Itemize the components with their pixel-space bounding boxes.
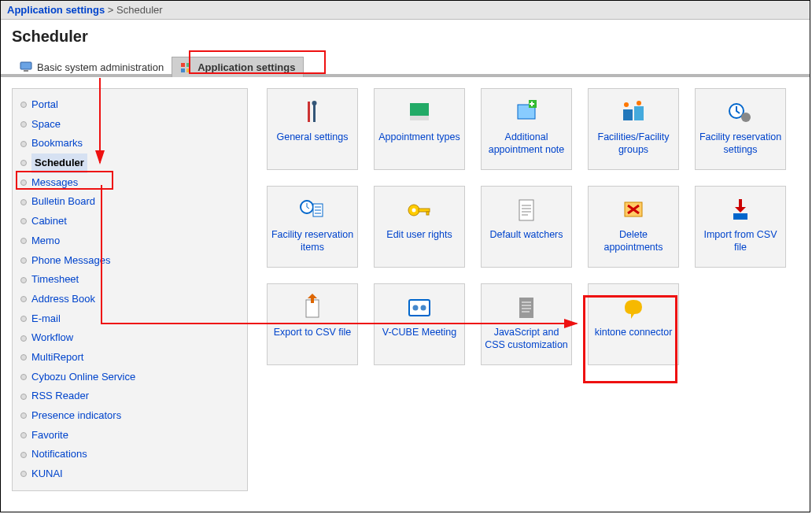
svg-rect-29 [409, 300, 430, 316]
sidebar-item-multireport[interactable]: MultiReport [13, 348, 247, 368]
tab-basic-system-administration[interactable]: Basic system administration [12, 57, 172, 77]
note-plus-icon [511, 97, 541, 128]
bullet-icon [20, 277, 27, 283]
tile-delete-appointments[interactable]: Delete appointments [588, 186, 679, 268]
tile-default-watchers[interactable]: Default watchers [481, 186, 572, 268]
bullet-icon [20, 199, 27, 205]
export-icon [297, 292, 327, 324]
breadcrumb-parent[interactable]: Application settings [7, 4, 105, 16]
sidebar-item-bulletin-board[interactable]: Bulletin Board [13, 192, 247, 212]
sidebar-item-label: Workflow [31, 328, 73, 348]
sidebar-item-label: Bookmarks [31, 134, 83, 153]
tile-js-css-customization[interactable]: JavaScript and CSS customization [481, 283, 572, 365]
svg-rect-0 [20, 62, 31, 69]
tile-export-csv[interactable]: Export to CSV file [267, 283, 358, 365]
vcube-icon [404, 292, 434, 324]
sidebar-item-label: KUNAI [31, 464, 63, 484]
sidebar-item-portal[interactable]: Portal [13, 95, 247, 115]
svg-point-8 [312, 101, 317, 105]
doc-icon [511, 194, 541, 226]
sidebar-item-label: Presence indicators [31, 406, 121, 426]
bullet-icon [20, 121, 27, 128]
tile-label: Additional appointment note [485, 131, 568, 156]
tab-label: Basic system administration [37, 61, 164, 73]
monitor-icon [20, 61, 32, 72]
svg-rect-1 [24, 70, 28, 72]
sidebar-item-label: Memo [31, 231, 60, 251]
sidebar-item-label: MultiReport [31, 348, 83, 368]
tab-label: Application settings [197, 61, 295, 73]
tab-bar: Basic system administration Application … [1, 54, 810, 77]
sidebar-item-messages[interactable]: Messages [13, 173, 247, 193]
svg-rect-10 [410, 116, 429, 120]
bullet-icon [20, 296, 27, 302]
tile-import-csv[interactable]: Import from CSV file [695, 186, 786, 268]
sidebar-item-favorite[interactable]: Favorite [13, 426, 247, 446]
sidebar-item-label: Cybozu Online Service [31, 368, 135, 387]
sidebar-item-workflow[interactable]: Workflow [13, 328, 247, 348]
sidebar-item-phone-messages[interactable]: Phone Messages [13, 251, 247, 271]
tile-vcube-meeting[interactable]: V-CUBE Meeting [374, 283, 465, 365]
tile-label: Import from CSV file [699, 229, 782, 253]
tile-general-settings[interactable]: General settings [267, 88, 358, 170]
svg-rect-27 [733, 213, 747, 220]
bullet-icon [20, 160, 27, 166]
svg-rect-24 [426, 212, 429, 215]
bullet-icon [20, 102, 27, 108]
sidebar-item-label: Notifications [31, 445, 87, 464]
tile-edit-user-rights[interactable]: Edit user rights [374, 186, 465, 268]
tile-facility-reservation-items[interactable]: Facility reservation items [267, 186, 358, 268]
kintone-icon [618, 292, 648, 324]
bullet-icon [20, 218, 27, 224]
bullet-icon [20, 238, 27, 244]
svg-rect-13 [623, 109, 633, 120]
bullet-icon [20, 316, 27, 322]
sidebar-item-memo[interactable]: Memo [13, 231, 247, 251]
tile-label: Edit user rights [386, 229, 452, 242]
svg-point-15 [624, 102, 629, 107]
sidebar-item-label: Timesheet [31, 270, 79, 290]
bullet-icon [20, 179, 27, 186]
sidebar-item-kunai[interactable]: KUNAI [13, 464, 247, 484]
sidebar-item-bookmarks[interactable]: Bookmarks [13, 134, 247, 153]
sidebar-item-cabinet[interactable]: Cabinet [13, 212, 247, 231]
tile-facilities-groups[interactable]: Facilities/Facility groups [588, 88, 679, 170]
svg-point-18 [741, 113, 751, 122]
sidebar-item-presence-indicators[interactable]: Presence indicators [13, 406, 247, 426]
svg-rect-6 [308, 102, 310, 122]
tile-label: Facilities/Facility groups [592, 131, 675, 156]
sidebar-item-label: Cabinet [31, 212, 67, 231]
tile-facility-reservation-settings[interactable]: Facility reservation settings [695, 88, 786, 170]
tile-label: General settings [276, 131, 348, 144]
sidebar-item-rss-reader[interactable]: RSS Reader [13, 386, 247, 406]
tile-kintone-connector[interactable]: kintone connector [588, 283, 679, 365]
bullet-icon [20, 394, 27, 400]
sidebar-item-space[interactable]: Space [13, 115, 247, 135]
svg-point-31 [421, 305, 426, 311]
svg-rect-3 [186, 63, 190, 67]
tile-label: Facility reservation items [271, 229, 354, 253]
tile-appointment-types[interactable]: Appointment types [374, 88, 465, 170]
bullet-icon [20, 471, 27, 477]
svg-rect-23 [419, 209, 430, 212]
sidebar-item-address-book[interactable]: Address Book [13, 290, 247, 309]
bullet-icon [20, 374, 27, 380]
svg-rect-4 [181, 68, 185, 72]
breadcrumb-current: Scheduler [116, 4, 163, 16]
sidebar-item-label: Bulletin Board [31, 192, 95, 212]
sidebar-item-notifications[interactable]: Notifications [13, 445, 247, 464]
sidebar-item-e-mail[interactable]: E-mail [13, 309, 247, 329]
svg-rect-25 [519, 200, 533, 220]
sidebar-item-cybozu-online-service[interactable]: Cybozu Online Service [13, 368, 247, 387]
sidebar-item-label: E-mail [31, 309, 61, 329]
tile-additional-appointment-note[interactable]: Additional appointment note [481, 88, 572, 170]
sidebar-item-timesheet[interactable]: Timesheet [13, 270, 247, 290]
tab-application-settings[interactable]: Application settings [172, 57, 304, 77]
bullet-icon [20, 335, 27, 342]
svg-rect-5 [186, 68, 190, 72]
sidebar-item-label: Favorite [31, 426, 68, 446]
apps-icon [180, 62, 193, 73]
breadcrumb: Application settings > Scheduler [1, 1, 810, 20]
svg-rect-14 [634, 106, 644, 120]
sidebar-item-scheduler[interactable]: Scheduler [13, 153, 247, 173]
